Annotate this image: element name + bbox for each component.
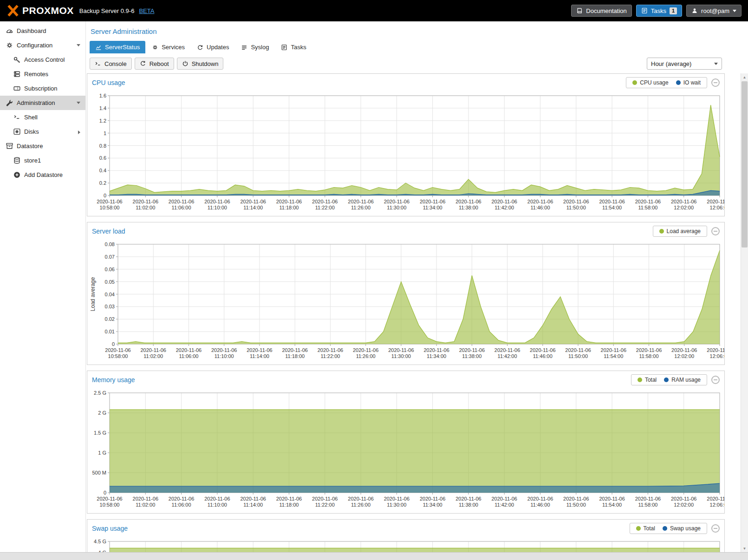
svg-text:0.2: 0.2 (99, 180, 106, 186)
wrench-icon (6, 99, 13, 107)
scroll-up-button[interactable]: ▲ (741, 73, 748, 81)
svg-text:500 M: 500 M (92, 470, 106, 475)
user-menu-button[interactable]: root@pam (686, 5, 741, 17)
svg-text:0.6: 0.6 (99, 155, 106, 161)
gears-icon (152, 44, 158, 51)
ticket-icon (13, 85, 21, 92)
reboot-button[interactable]: Reboot (135, 58, 174, 70)
tab-serverstatus[interactable]: ServerStatus (90, 41, 145, 53)
green-series-dot (636, 526, 641, 531)
svg-text:2020-11-0612:06:00: 2020-11-0612:06:00 (707, 496, 724, 508)
documentation-button[interactable]: Documentation (571, 5, 631, 17)
sidebar-item-store1[interactable]: store1 (0, 153, 85, 168)
chevron-down-icon (733, 10, 736, 12)
svg-text:2020-11-0611:46:00: 2020-11-0611:46:00 (530, 347, 555, 359)
remotes-icon (13, 70, 21, 78)
svg-text:0.8: 0.8 (99, 143, 106, 149)
sidebar-item-label: Add Datastore (24, 171, 63, 178)
tasks-button[interactable]: Tasks 1 (636, 5, 682, 17)
svg-text:2020-11-0611:42:00: 2020-11-0611:42:00 (492, 199, 517, 210)
console-button[interactable]: Console (90, 58, 132, 70)
beta-link[interactable]: BETA (139, 7, 154, 14)
svg-text:2020-11-0611:46:00: 2020-11-0611:46:00 (527, 199, 553, 210)
sidebar-item-shell[interactable]: Shell (0, 110, 85, 124)
shutdown-button[interactable]: Shutdown (177, 58, 224, 70)
green-series-dot (637, 378, 642, 382)
svg-text:4.5 G: 4.5 G (94, 539, 106, 544)
legend-item[interactable]: Total (637, 377, 657, 383)
svg-text:2020-11-0611:30:00: 2020-11-0611:30:00 (384, 496, 410, 508)
svg-text:2020-11-0611:34:00: 2020-11-0611:34:00 (423, 347, 449, 359)
product-name: PROXMOX (22, 5, 74, 16)
svg-text:2020-11-0611:54:00: 2020-11-0611:54:00 (601, 347, 626, 359)
svg-text:0.01: 0.01 (105, 329, 115, 334)
svg-text:2020-11-0611:46:00: 2020-11-0611:46:00 (527, 496, 553, 508)
svg-text:2020-11-0611:18:00: 2020-11-0611:18:00 (276, 199, 302, 210)
sidebar-item-access-control[interactable]: Access Control (0, 52, 85, 67)
tasks-list-icon (641, 7, 648, 14)
svg-text:2020-11-0611:58:00: 2020-11-0611:58:00 (635, 496, 661, 508)
sidebar-item-label: Access Control (24, 56, 65, 63)
tasks-count-badge: 1 (670, 7, 677, 14)
legend-label: RAM usage (671, 377, 701, 383)
svg-text:2020-11-0610:58:00: 2020-11-0610:58:00 (105, 347, 130, 359)
tab-tasks[interactable]: Tasks (275, 41, 312, 53)
svg-text:2020-11-0611:34:00: 2020-11-0611:34:00 (420, 199, 445, 210)
svg-text:0.06: 0.06 (105, 267, 115, 272)
sidebar-item-remotes[interactable]: Remotes (0, 67, 85, 81)
chart-legend: TotalSwap usage (630, 523, 707, 534)
svg-text:2020-11-0611:14:00: 2020-11-0611:14:00 (240, 496, 266, 508)
collapse-panel-button[interactable] (711, 376, 720, 384)
svg-text:2020-11-0611:50:00: 2020-11-0611:50:00 (563, 199, 589, 210)
svg-text:2020-11-0611:42:00: 2020-11-0611:42:00 (492, 496, 517, 508)
legend-item[interactable]: IO wait (676, 79, 701, 86)
sidebar-item-subscription[interactable]: Subscription (0, 81, 85, 96)
collapse-panel-button[interactable] (711, 78, 720, 87)
collapse-panel-button[interactable] (711, 227, 720, 235)
main-content: Server Administration ServerStatus Servi… (86, 21, 748, 552)
chevron-down-icon[interactable] (77, 44, 80, 46)
svg-text:0.04: 0.04 (105, 292, 115, 297)
svg-text:0: 0 (104, 490, 106, 495)
legend-item[interactable]: Load average (659, 228, 701, 234)
svg-text:2 G: 2 G (98, 410, 106, 416)
legend-item[interactable]: CPU usage (632, 79, 668, 86)
chart-legend: CPU usageIO wait (626, 77, 707, 88)
collapse-panel-button[interactable] (711, 524, 720, 533)
tab-syslog[interactable]: Syslog (235, 41, 274, 53)
chevron-right-icon[interactable] (78, 130, 80, 134)
proxmox-logo-icon (7, 5, 20, 17)
scroll-down-button[interactable]: ▼ (741, 545, 748, 552)
svg-text:2020-11-0611:02:00: 2020-11-0611:02:00 (141, 347, 166, 359)
sidebar-item-add-datastore[interactable]: Add Datastore (0, 168, 85, 182)
terminal-icon (13, 113, 21, 121)
reboot-icon (140, 60, 146, 67)
svg-text:2020-11-0611:38:00: 2020-11-0611:38:00 (455, 496, 481, 508)
svg-text:2020-11-0611:14:00: 2020-11-0611:14:00 (240, 199, 266, 210)
legend-item[interactable]: Total (636, 525, 655, 532)
sidebar-item-datastore[interactable]: Datastore (0, 139, 85, 153)
legend-item[interactable]: RAM usage (664, 377, 701, 383)
vertical-scrollbar[interactable]: ▲ ▼ (741, 73, 748, 552)
refresh-icon (197, 44, 203, 51)
tab-updates[interactable]: Updates (191, 41, 234, 53)
chevron-down-icon (714, 63, 718, 65)
horizontal-scrollbar[interactable] (0, 552, 748, 560)
chevron-down-icon[interactable] (77, 102, 80, 104)
timeframe-combobox[interactable]: Hour (average) (647, 58, 722, 70)
svg-text:2020-11-0610:58:00: 2020-11-0610:58:00 (97, 496, 122, 508)
legend-item[interactable]: Swap usage (663, 525, 701, 532)
sidebar-nav: Dashboard Configuration Access Control R… (0, 21, 86, 552)
svg-text:2020-11-0611:02:00: 2020-11-0611:02:00 (133, 496, 158, 508)
svg-text:1.4: 1.4 (99, 105, 106, 111)
sidebar-item-disks[interactable]: Disks (0, 124, 85, 139)
scrollbar-thumb[interactable] (741, 81, 748, 247)
svg-text:0.03: 0.03 (105, 304, 115, 309)
sidebar-item-label: Dashboard (17, 27, 46, 34)
sidebar-item-dashboard[interactable]: Dashboard (0, 24, 85, 38)
sidebar-item-label: Remotes (24, 71, 48, 78)
sidebar-item-configuration[interactable]: Configuration (0, 38, 85, 52)
svg-text:2020-11-0611:14:00: 2020-11-0611:14:00 (247, 347, 272, 359)
sidebar-item-administration[interactable]: Administration (0, 96, 85, 110)
tab-services[interactable]: Services (146, 41, 190, 53)
